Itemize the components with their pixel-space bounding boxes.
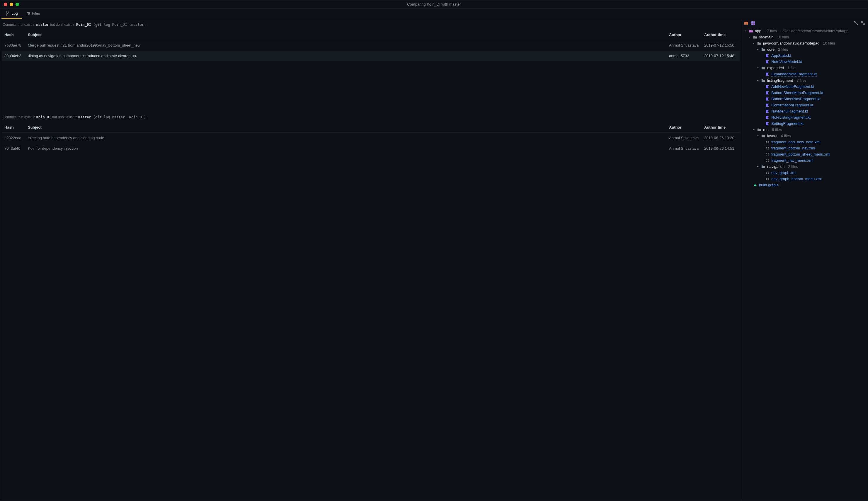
maximize-window[interactable] xyxy=(15,3,19,6)
commits-pane: Commits that exist in master but don't e… xyxy=(0,19,742,501)
chevron-down-icon xyxy=(756,165,760,169)
tree-folder-listing[interactable]: listing/fragment 7 files xyxy=(744,77,865,84)
tree-file[interactable]: ExpandedNoteFragment.kt xyxy=(744,71,865,77)
table-row[interactable]: b2322edainjecting auth dependency and cl… xyxy=(2,133,740,143)
kotlin-icon xyxy=(765,109,770,114)
file-tree: app 17 files ~/Desktop/code/#Personal/No… xyxy=(744,28,865,188)
collapse-icon[interactable] xyxy=(861,21,865,25)
tree-file[interactable]: ConfirmationFragment.kt xyxy=(744,102,865,108)
titlebar: Comparing Koin_DI with master xyxy=(0,0,868,9)
files-icon xyxy=(26,11,30,15)
folder-icon xyxy=(761,78,765,83)
tree-file[interactable]: fragment_nav_menu.xml xyxy=(744,157,865,163)
tab-log-label: Log xyxy=(11,11,18,15)
tab-log[interactable]: Log xyxy=(1,9,22,19)
tree-file[interactable]: fragment_bottom_sheet_menu.xml xyxy=(744,151,865,157)
chevron-down-icon xyxy=(756,134,760,138)
gradle-icon xyxy=(753,183,757,187)
th-author[interactable]: Author xyxy=(667,30,702,40)
xml-icon xyxy=(765,159,770,163)
kotlin-icon xyxy=(765,85,770,89)
tree-file[interactable]: AppState.kt xyxy=(744,52,865,58)
folder-icon xyxy=(753,35,757,39)
expand-icon[interactable] xyxy=(854,21,858,25)
section1-desc: Commits that exist in master but don't e… xyxy=(2,21,740,30)
folder-icon xyxy=(761,47,765,52)
th-time[interactable]: Author time xyxy=(702,122,740,133)
window-title: Comparing Koin_DI with master xyxy=(407,2,461,7)
kotlin-icon xyxy=(765,54,770,58)
chevron-down-icon xyxy=(756,79,760,82)
folder-icon xyxy=(761,66,765,70)
tree-folder-res[interactable]: res 6 files xyxy=(744,127,865,133)
table-row[interactable]: 80b94eb3dialog as navigation component i… xyxy=(2,51,740,61)
kotlin-icon xyxy=(765,91,770,95)
tabs: Log Files xyxy=(0,9,868,19)
th-subject[interactable]: Subject xyxy=(25,30,667,40)
kotlin-icon xyxy=(765,60,770,64)
table-row[interactable]: 7043af46Koin for dependency injectionAnm… xyxy=(2,143,740,154)
tree-file[interactable]: build.gradle xyxy=(744,182,865,188)
tree-file[interactable]: nav_graph.xml xyxy=(744,170,865,176)
tree-folder-expanded[interactable]: expanded 1 file xyxy=(744,65,865,71)
tree-file[interactable]: nav_graph_bottom_menu.xml xyxy=(744,176,865,182)
branch-icon xyxy=(6,11,10,15)
tree-folder-layout[interactable]: layout 4 files xyxy=(744,133,865,139)
kotlin-icon xyxy=(765,72,770,76)
tree-file[interactable]: AddNewNoteFragment.kt xyxy=(744,84,865,90)
tree-file[interactable]: fragment_add_new_note.xml xyxy=(744,139,865,145)
th-hash[interactable]: Hash xyxy=(2,30,25,40)
tree-file[interactable]: BottomSheetMenuFragment.kt xyxy=(744,90,865,96)
tree-folder-java[interactable]: java/com/andor/navigate/notepad 10 files xyxy=(744,40,865,46)
tree-folder-core[interactable]: core 2 files xyxy=(744,46,865,52)
xml-icon xyxy=(765,177,770,181)
xml-icon xyxy=(765,152,770,157)
chevron-down-icon xyxy=(748,35,751,39)
tree-file[interactable]: NavMenuFragment.kt xyxy=(744,108,865,114)
th-time[interactable]: Author time xyxy=(702,30,740,40)
chevron-down-icon xyxy=(752,42,755,45)
tree-folder-navigation[interactable]: navigation 2 files xyxy=(744,163,865,170)
tree-folder-src[interactable]: src/main 16 files xyxy=(744,34,865,40)
xml-icon xyxy=(765,146,770,150)
file-tree-pane: app 17 files ~/Desktop/code/#Personal/No… xyxy=(742,19,868,501)
chevron-down-icon xyxy=(744,29,747,33)
folder-icon xyxy=(749,29,753,33)
kotlin-icon xyxy=(765,103,770,107)
tree-file[interactable]: SettingFragment.kt xyxy=(744,120,865,127)
th-author[interactable]: Author xyxy=(667,122,702,133)
tab-files-label: Files xyxy=(32,11,40,15)
folder-icon xyxy=(757,128,761,132)
tree-file[interactable]: BottomSheetNavFragment.kt xyxy=(744,96,865,102)
minimize-window[interactable] xyxy=(10,3,13,6)
tree-file[interactable]: NoteViewModel.kt xyxy=(744,58,865,65)
th-hash[interactable]: Hash xyxy=(2,122,25,133)
commits-table-2: Hash Subject Author Author time b2322eda… xyxy=(2,122,740,154)
kotlin-icon xyxy=(765,121,770,126)
th-subject[interactable]: Subject xyxy=(25,122,667,133)
folder-icon xyxy=(761,165,765,169)
tree-folder-app[interactable]: app 17 files ~/Desktop/code/#Personal/No… xyxy=(744,28,865,34)
split-view-icon[interactable] xyxy=(744,21,749,25)
table-row[interactable]: 7b80ae78Merge pull request #21 from ando… xyxy=(2,40,740,51)
section2-desc: Commits that exist in Koin_DI but don't … xyxy=(2,114,740,122)
window-controls xyxy=(4,3,19,6)
chevron-down-icon xyxy=(752,128,755,131)
chevron-down-icon xyxy=(756,48,760,51)
tree-file[interactable]: fragment_bottom_nav.xml xyxy=(744,145,865,151)
tab-files[interactable]: Files xyxy=(22,9,44,19)
chevron-down-icon xyxy=(756,66,760,70)
commits-table-1: Hash Subject Author Author time 7b80ae78… xyxy=(2,30,740,61)
kotlin-icon xyxy=(765,115,770,119)
grid-view-icon[interactable] xyxy=(751,21,755,25)
xml-icon xyxy=(765,171,770,175)
tree-file[interactable]: NoteListingFragment.kt xyxy=(744,114,865,120)
folder-icon xyxy=(757,41,761,45)
folder-icon xyxy=(761,134,765,138)
close-window[interactable] xyxy=(4,3,7,6)
xml-icon xyxy=(765,140,770,144)
kotlin-icon xyxy=(765,97,770,101)
